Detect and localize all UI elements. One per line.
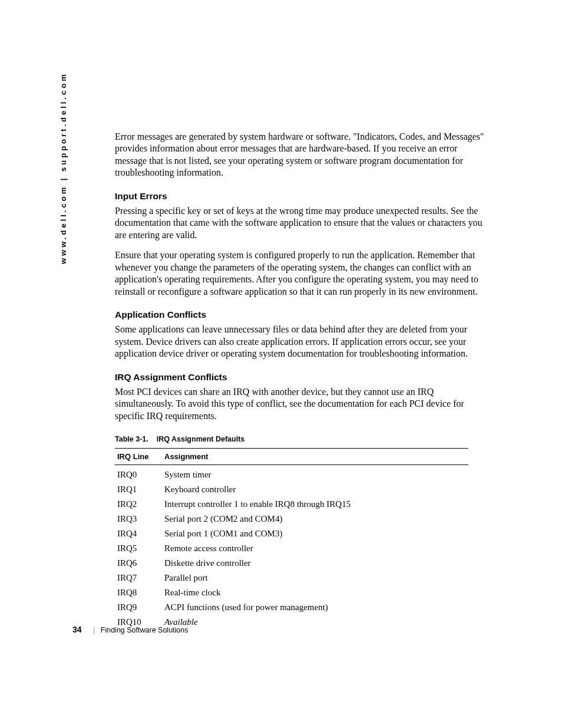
cell-irq-line: IRQ3 [115, 512, 164, 526]
cell-assignment: ACPI functions (used for power managemen… [164, 600, 468, 615]
irq-p1: Most PCI devices can share an IRQ with a… [115, 386, 486, 422]
input-errors-p2: Ensure that your operating system is con… [115, 249, 486, 298]
app-conflicts-p1: Some applications can leave unnecessary … [115, 324, 486, 360]
cell-assignment: System timer [164, 465, 468, 482]
heading-application-conflicts: Application Conflicts [115, 309, 486, 320]
footer-section-title: Finding Software Solutions [101, 626, 189, 634]
heading-irq-conflicts: IRQ Assignment Conflicts [115, 372, 486, 383]
th-assignment: Assignment [164, 448, 468, 465]
table-caption: Table 3-1.IRQ Assignment Defaults [115, 435, 486, 443]
table-header-row: IRQ Line Assignment [115, 448, 468, 465]
cell-irq-line: IRQ6 [115, 556, 164, 571]
footer-separator: | [93, 626, 95, 634]
page-content: Error messages are generated by system h… [115, 131, 486, 630]
cell-irq-line: IRQ5 [115, 541, 164, 556]
cell-assignment: Serial port 2 (COM2 and COM4) [164, 512, 468, 526]
table-row: IRQ2Interrupt controller 1 to enable IRQ… [115, 497, 468, 512]
th-irq-line: IRQ Line [115, 448, 164, 465]
cell-assignment: Parallel port [164, 571, 468, 585]
page-number: 34 [72, 625, 82, 634]
cell-irq-line: IRQ8 [115, 585, 164, 600]
table-row: IRQ1Keyboard controller [115, 482, 468, 497]
table-row: IRQ4Serial port 1 (COM1 and COM3) [115, 526, 468, 541]
table-row: IRQ7Parallel port [115, 571, 468, 585]
table-row: IRQ9ACPI functions (used for power manag… [115, 600, 468, 615]
cell-assignment: Keyboard controller [164, 482, 468, 497]
table-caption-number: Table 3-1. [115, 435, 148, 443]
sidebar-url-text: www.dell.com | support.dell.com [59, 72, 68, 264]
table-row: IRQ3Serial port 2 (COM2 and COM4) [115, 512, 468, 526]
cell-assignment: Diskette drive controller [164, 556, 468, 571]
table-row: IRQ5Remote access controller [115, 541, 468, 556]
cell-assignment: Remote access controller [164, 541, 468, 556]
input-errors-p1: Pressing a specific key or set of keys a… [115, 205, 486, 241]
intro-paragraph: Error messages are generated by system h… [115, 131, 486, 179]
table-row: IRQ6Diskette drive controller [115, 556, 468, 571]
cell-irq-line: IRQ4 [115, 526, 164, 541]
cell-irq-line: IRQ0 [115, 465, 164, 482]
cell-assignment: Serial port 1 (COM1 and COM3) [164, 526, 468, 541]
table-caption-title: IRQ Assignment Defaults [157, 435, 245, 443]
cell-irq-line: IRQ2 [115, 497, 164, 512]
heading-input-errors: Input Errors [115, 191, 486, 202]
cell-assignment: Interrupt controller 1 to enable IRQ8 th… [164, 497, 468, 512]
table-row: IRQ0System timer [115, 465, 468, 482]
cell-irq-line: IRQ7 [115, 571, 164, 585]
irq-table: IRQ Line Assignment IRQ0System timerIRQ1… [115, 448, 468, 630]
cell-assignment: Real-time clock [164, 585, 468, 600]
table-row: IRQ8Real-time clock [115, 585, 468, 600]
cell-irq-line: IRQ1 [115, 482, 164, 497]
cell-irq-line: IRQ9 [115, 600, 164, 615]
page-footer: 34 | Finding Software Solutions [72, 625, 485, 634]
